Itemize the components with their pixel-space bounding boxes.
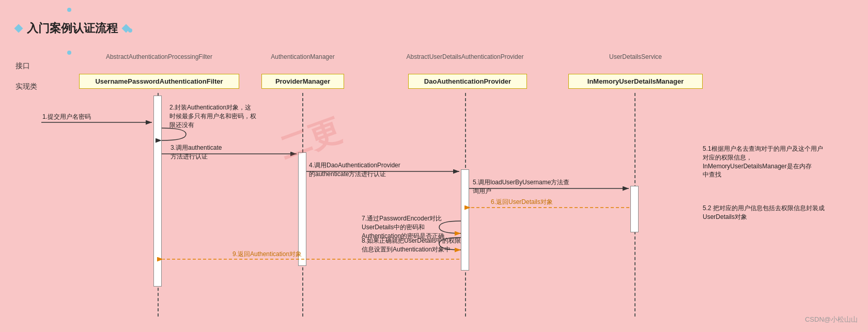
msg3-label: 3.调用authenticate方法进行认证 [171, 144, 222, 161]
impl-box-col2: ProviderManager [261, 74, 344, 89]
impl-box-col3: DaoAuthenticationProvider [408, 74, 527, 89]
msg8-label: 8.如果正确就把UserDetails中的权限信息设置到Authenticati… [362, 236, 461, 254]
page: 入门案例认证流程 接口 实现类 AbstractAuthenticationPr… [0, 0, 868, 332]
interface-label-col3: AbstractUserDetailsAuthenticationProvide… [393, 53, 537, 60]
msg4-label: 4.调用DaoAuthenticationProvider的authentica… [309, 161, 400, 179]
impl-box-col1: UsernamePasswordAuthenticationFilter [79, 74, 239, 89]
title-diamond-right [122, 24, 131, 33]
title-area: 入门案例认证流程 [16, 21, 129, 36]
note1-label: 5.1根据用户名去查询对于的用户及这个用户对应的权限信息，InMemoryUse… [703, 145, 823, 179]
activation-col1 [153, 96, 162, 287]
page-title: 入门案例认证流程 [27, 21, 118, 36]
msg5-label: 5.调用loadUserByUsername方法查询用户 [473, 178, 569, 196]
note2-label: 5.2 把对应的用户信息包括去权限信息封装成UserDetails对象 [703, 204, 825, 222]
interface-label-col2: AuthenticationManager [261, 53, 344, 60]
interface-label-col4: UserDetailsService [574, 53, 698, 60]
activation-col4 [630, 186, 639, 232]
activation-col3 [461, 169, 469, 271]
impl-label-left: 实现类 [16, 82, 37, 91]
msg2-label: 2.封装Authentication对象，这时候最多只有用户名和密码，权限还没有 [169, 103, 256, 129]
interface-label-left: 接口 [16, 61, 30, 71]
decor-dot-2 [67, 51, 71, 55]
impl-box-col4: InMemoryUserDetailsManager [568, 74, 703, 89]
activation-col2 [298, 152, 306, 266]
title-diamond-left [14, 24, 23, 33]
msg9-label: 9.返回Authentication对象 [233, 250, 302, 259]
msg6-label: 6.返回UserDetails对象 [491, 198, 553, 207]
csdn-label: CSDN@小松山山 [805, 315, 858, 324]
msg1-label: 1.提交用户名密码 [42, 113, 91, 121]
decor-dot-1 [67, 8, 71, 12]
interface-label-col1: AbstractAuthenticationProcessingFilter [79, 53, 239, 60]
